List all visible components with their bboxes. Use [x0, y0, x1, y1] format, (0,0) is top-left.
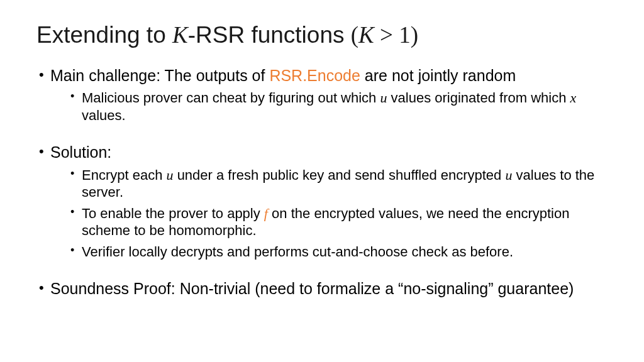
bullet-list: Main challenge: The outputs of RSR.Encod…: [36, 66, 608, 299]
b2s1-pre: Encrypt each: [82, 167, 167, 183]
b1-post: are not jointly random: [360, 67, 516, 84]
b2s1-u1: u: [167, 167, 174, 183]
title-mid: -RSR functions: [188, 22, 351, 48]
b1-accent: RSR.Encode: [269, 67, 360, 84]
title-paren-open: (: [351, 22, 358, 48]
sub-verifier-decrypts: Verifier locally decrypts and performs c…: [69, 243, 608, 261]
b1s1-pre: Malicious prover can cheat by figuring o…: [82, 90, 380, 106]
b2s1-u2: u: [505, 167, 512, 183]
b1s1-post: values.: [82, 107, 126, 123]
sub-malicious-prover: Malicious prover can cheat by figuring o…: [69, 89, 608, 124]
b1s1-u: u: [380, 90, 387, 106]
sub-list-2: Encrypt each u under a fresh public key …: [50, 167, 608, 261]
b2s2-pre: To enable the prover to apply: [82, 206, 264, 221]
bullet-solution: Solution: Encrypt each u under a fresh p…: [36, 143, 608, 260]
bullet-soundness-proof: Soundness Proof: Non-trivial (need to fo…: [36, 279, 608, 299]
title-k2: K: [358, 22, 374, 48]
slide: Extending to K-RSR functions (K > 1) Mai…: [0, 0, 644, 324]
spacer-1: [36, 130, 608, 143]
title-gt: >: [374, 22, 399, 48]
title-paren-close: ): [411, 22, 418, 48]
bullet-main-challenge: Main challenge: The outputs of RSR.Encod…: [36, 66, 608, 124]
b2-text: Solution:: [50, 143, 111, 161]
sub-encrypt-each: Encrypt each u under a fresh public key …: [69, 167, 608, 201]
slide-title: Extending to K-RSR functions (K > 1): [36, 21, 608, 48]
b1-pre: Main challenge: The outputs of: [50, 67, 269, 84]
title-pre: Extending to: [36, 22, 172, 48]
title-one: 1: [399, 22, 411, 48]
b1s1-x: x: [570, 90, 577, 106]
b1s1-mid: values originated from which: [387, 90, 570, 106]
b2s1-mid: under a fresh public key and send shuffl…: [174, 167, 506, 183]
sub-enable-prover: To enable the prover to apply f on the e…: [69, 205, 608, 239]
title-k1: K: [172, 22, 188, 48]
spacer-2: [36, 266, 608, 279]
sub-list-1: Malicious prover can cheat by figuring o…: [50, 89, 608, 124]
